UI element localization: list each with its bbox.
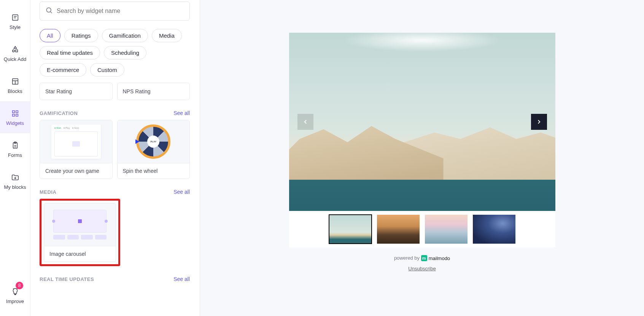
panel-scroll[interactable]: All Ratings Gamification Media Real time… [40,0,192,316]
carousel-hero [289,33,555,211]
see-all-media[interactable]: See all [173,189,190,195]
carousel-prev-button[interactable] [297,114,313,130]
shapes-icon [11,45,20,54]
folder-plus-icon [11,173,20,182]
svg-point-22 [46,8,51,12]
rail-improve[interactable]: 8 Improve [0,279,30,311]
see-all-gamification[interactable]: See all [173,110,190,116]
gamification-cards: ● Start● Play● Succ Create your own game… [40,120,190,179]
preview-footer: powered by m mailmodo Unsubscribe [289,255,555,271]
rail-label: My blocks [4,184,26,190]
chip-ecommerce[interactable]: E-commerce [40,63,86,77]
svg-line-20 [13,288,13,289]
email-preview: powered by m mailmodo Unsubscribe [289,33,555,316]
svg-line-23 [51,12,52,13]
media-cards: Image carousel [40,199,190,266]
card-label: Spin the wheel [118,163,190,179]
brand-badge[interactable]: m mailmodo [421,255,450,261]
section-title: MEDIA [40,189,56,195]
carousel-next-button[interactable] [531,114,547,130]
layout-icon [11,77,20,86]
carousel-thumb-1[interactable] [329,215,372,244]
svg-rect-5 [15,49,17,52]
rail-label: Quick Add [4,56,26,62]
improve-badge: 8 [16,282,23,289]
carousel-thumb-2[interactable] [377,215,420,244]
rail-my-blocks[interactable]: My blocks [0,165,30,197]
svg-rect-11 [12,114,14,116]
rail-forms[interactable]: Forms [0,133,30,165]
svg-marker-3 [14,46,16,48]
see-all-realtime[interactable]: See all [173,276,190,282]
card-label: Create your own game [40,163,112,179]
rail-label: Style [10,24,21,30]
rail-label: Forms [8,152,22,158]
spin-wheel-thumbnail: PLAY [136,124,170,159]
card-image-carousel-highlighted[interactable]: Image carousel [40,199,120,266]
card-spin-the-wheel[interactable]: PLAY Spin the wheel [117,120,190,179]
side-rail: Style Quick Add Blocks Widgets Forms [0,0,30,316]
search-icon [45,6,53,16]
svg-rect-0 [12,14,18,20]
clipboard-icon [11,141,20,150]
section-head-realtime: REAL TIME UPDATES See all [40,276,190,282]
card-create-your-own-game[interactable]: ● Start● Play● Succ Create your own game [40,120,113,179]
rail-style[interactable]: Style [0,5,30,37]
card-thumb [44,203,116,246]
wheel-hub-label: PLAY [147,136,159,148]
chip-custom[interactable]: Custom [90,63,124,77]
svg-rect-12 [16,114,18,116]
svg-point-4 [12,49,14,52]
card-nps-rating[interactable]: NPS Rating [117,83,190,100]
rail-label: Improve [6,298,24,304]
filter-chips: All Ratings Gamification Media Real time… [40,29,190,77]
card-label: Image carousel [44,246,116,262]
chip-ratings[interactable]: Ratings [64,29,98,42]
widgets-icon [11,109,20,118]
rail-widgets[interactable]: Widgets [0,101,30,133]
chip-media[interactable]: Media [152,29,182,42]
preview-pane: powered by m mailmodo Unsubscribe [200,0,644,316]
svg-rect-19 [14,294,16,295]
section-head-gamification: GAMIFICATION See all [40,110,190,116]
game-builder-thumbnail: ● Start● Play● Succ [51,124,101,159]
section-title: GAMIFICATION [40,110,78,116]
chip-gamification[interactable]: Gamification [102,29,148,42]
rating-cards-row: Star Rating NPS Rating [40,83,190,100]
rail-quick-add[interactable]: Quick Add [0,37,30,69]
card-star-rating[interactable]: Star Rating [40,83,113,100]
chip-all[interactable]: All [40,29,60,42]
carousel-thumbnails [289,211,555,247]
carousel-thumb-3[interactable] [425,215,467,244]
brand-logo-icon: m [421,255,427,261]
powered-by-text: powered by [394,255,420,261]
style-icon [11,13,20,22]
section-title: REAL TIME UPDATES [40,276,94,282]
rail-label: Blocks [8,88,22,94]
image-carousel-thumbnail [53,210,107,239]
section-head-media: MEDIA See all [40,189,190,195]
unsubscribe-link[interactable]: Unsubscribe [289,266,555,271]
carousel-thumb-4[interactable] [473,215,515,244]
rail-blocks[interactable]: Blocks [0,69,30,101]
card-thumb: PLAY [118,120,190,163]
widgets-panel: All Ratings Gamification Media Real time… [30,0,200,316]
chip-realtime[interactable]: Real time updates [40,46,100,59]
brand-name: mailmodo [429,255,450,261]
chip-scheduling[interactable]: Scheduling [104,46,146,59]
search-field[interactable] [40,2,190,21]
svg-rect-10 [16,110,18,113]
search-input[interactable] [57,8,184,14]
card-thumb: ● Start● Play● Succ [40,120,112,163]
rail-label: Widgets [6,120,24,126]
app-root: Style Quick Add Blocks Widgets Forms [0,0,644,316]
svg-rect-9 [12,110,14,113]
